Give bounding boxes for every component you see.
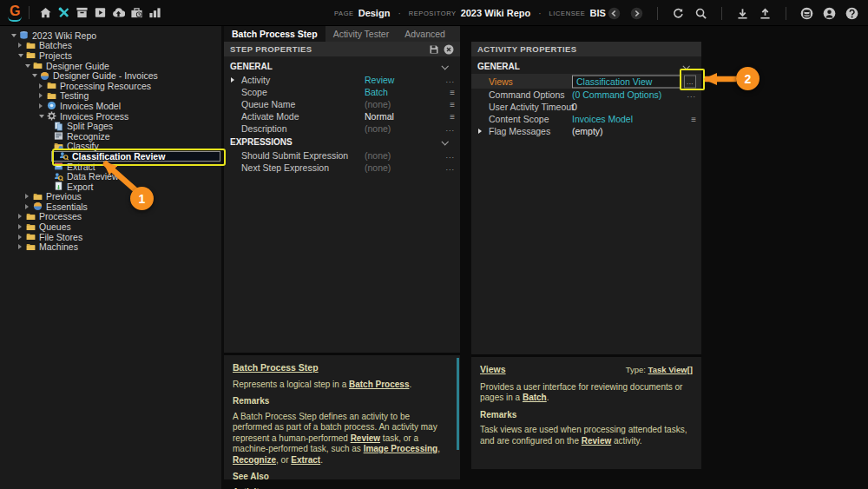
ellipsis-button[interactable]: ≡ xyxy=(450,88,455,97)
tree-item-testing[interactable]: Testing xyxy=(0,91,221,102)
close-icon[interactable] xyxy=(444,44,454,55)
property-value[interactable]: 0 xyxy=(572,102,577,112)
property-value[interactable]: Batch xyxy=(365,87,388,97)
property-row-content-scope[interactable]: Content Scope Invoices Model ≡ xyxy=(471,113,701,125)
expander-icon[interactable] xyxy=(231,77,234,83)
property-row-description[interactable]: Description (none) ... xyxy=(224,122,460,135)
doc-link-batch-process[interactable]: Batch Process xyxy=(349,380,409,389)
tree-item-export[interactable]: Export xyxy=(0,182,221,192)
ellipsis-button[interactable]: ... xyxy=(445,124,455,133)
expander-icon[interactable] xyxy=(25,204,33,209)
tree-item-queues[interactable]: Queues xyxy=(0,221,221,232)
archive-box-icon[interactable] xyxy=(73,3,91,23)
refresh-icon[interactable] xyxy=(669,3,687,23)
property-value[interactable]: (none) xyxy=(365,162,391,173)
tree-item-designer-guide[interactable]: Designer Guide xyxy=(0,61,221,71)
ellipsis-button[interactable]: ... xyxy=(445,76,455,84)
expander-icon[interactable] xyxy=(11,34,19,37)
expander-icon[interactable] xyxy=(18,244,26,249)
tree-item-data-review[interactable]: Data Review xyxy=(0,171,221,182)
design-tools-icon[interactable] xyxy=(55,3,73,23)
property-row-should-submit-expression[interactable]: Should Submit Expression (none) ... xyxy=(224,149,460,162)
property-row-queue-name[interactable]: Queue Name (none) ≡ xyxy=(224,98,460,110)
tab-batch-process-step[interactable]: Batch Process Step xyxy=(224,26,326,42)
property-row-command-options[interactable]: Command Options (0 Command Options) ... xyxy=(471,89,701,101)
media-box-icon[interactable] xyxy=(91,3,109,23)
tree-item-file-stores[interactable]: File Stores xyxy=(0,232,221,242)
home-icon[interactable] xyxy=(36,3,55,23)
briefcase-clock-icon[interactable] xyxy=(128,3,146,23)
ellipsis-button[interactable]: ... xyxy=(684,75,696,88)
download-icon[interactable] xyxy=(733,3,752,23)
section-header-general[interactable]: GENERAL xyxy=(224,59,460,74)
property-row-activate-mode[interactable]: Activate Mode Normal ≡ xyxy=(224,110,460,122)
doc-link-review[interactable]: Review xyxy=(582,436,611,446)
forward-icon[interactable] xyxy=(628,3,646,23)
expander-icon[interactable] xyxy=(18,224,26,229)
tree-item-processing-resources[interactable]: Processing Resources xyxy=(0,81,221,91)
tree-item-extract[interactable]: Extract xyxy=(0,162,221,172)
doc-scrollbar[interactable] xyxy=(457,358,459,450)
property-value[interactable]: Classification View xyxy=(572,75,681,88)
tree-item-projects[interactable]: Projects xyxy=(0,50,221,61)
tree-item-previous[interactable]: Previous xyxy=(0,192,221,202)
doc-link-extract[interactable]: Extract xyxy=(291,455,320,465)
help-icon[interactable] xyxy=(843,3,861,23)
ellipsis-button[interactable]: ... xyxy=(445,151,455,160)
expander-icon[interactable] xyxy=(18,214,26,219)
property-value[interactable]: Normal xyxy=(365,111,394,122)
expander-icon[interactable] xyxy=(25,64,33,68)
property-value[interactable]: Invoices Model xyxy=(572,114,633,124)
expander-icon[interactable] xyxy=(25,194,33,199)
tree-item-designer-guide-invoices[interactable]: Designer Guide - Invoices xyxy=(0,70,221,81)
property-row-next-step-expression[interactable]: Next Step Expression (none) ... xyxy=(224,162,460,174)
property-value[interactable]: (none) xyxy=(365,123,391,134)
views-doc-title[interactable]: Views xyxy=(480,364,506,375)
doc-link-review[interactable]: Review xyxy=(351,433,380,443)
task-view-type-link[interactable]: Task View[] xyxy=(648,365,693,374)
ellipsis-button[interactable]: ... xyxy=(687,90,696,99)
tree-item-machines[interactable]: Machines xyxy=(0,241,221,252)
section-header-expressions[interactable]: EXPRESSIONS xyxy=(224,135,460,149)
property-value[interactable]: (none) xyxy=(365,150,391,161)
tree-item-classification-review[interactable]: Classification Review xyxy=(51,151,220,162)
database-icon[interactable] xyxy=(798,3,816,23)
ellipsis-button[interactable]: ... xyxy=(445,163,455,172)
expander-icon[interactable] xyxy=(18,235,26,240)
tree-item-classify[interactable]: Classify xyxy=(0,142,221,152)
batch-process-step-doc-title[interactable]: Batch Process Step xyxy=(233,362,448,373)
cloud-upload-icon[interactable] xyxy=(109,3,128,23)
doc-link-batch[interactable]: Batch xyxy=(523,393,547,402)
property-value[interactable]: (none) xyxy=(365,99,391,109)
doc-link-image-processing[interactable]: Image Processing xyxy=(364,444,438,453)
expander-icon[interactable] xyxy=(39,93,47,98)
grooper-logo[interactable]: G xyxy=(8,3,22,22)
expander-icon[interactable] xyxy=(39,83,47,89)
tree-item-recognize[interactable]: Recognize xyxy=(0,131,221,142)
upload-icon[interactable] xyxy=(756,3,774,23)
section-header-general[interactable]: GENERAL xyxy=(471,59,701,74)
expander-icon[interactable] xyxy=(39,115,47,118)
tree-item-processes[interactable]: Processes xyxy=(0,212,221,222)
property-row-scope[interactable]: Scope Batch ≡ xyxy=(224,86,460,98)
expander-icon[interactable] xyxy=(18,43,26,48)
bar-chart-icon[interactable] xyxy=(146,3,164,23)
ellipsis-button[interactable]: ≡ xyxy=(691,115,696,124)
expander-icon[interactable] xyxy=(478,129,482,134)
tree-item-split-pages[interactable]: Split Pages xyxy=(0,121,221,131)
property-row-flag-messages[interactable]: Flag Messages (empty) xyxy=(471,125,701,137)
tab-advanced[interactable]: Advanced xyxy=(397,26,453,42)
tree-item-essentials[interactable]: Essentials xyxy=(0,202,221,212)
expander-icon[interactable] xyxy=(18,54,26,57)
ellipsis-button[interactable]: ≡ xyxy=(450,100,455,109)
property-value[interactable]: Review xyxy=(365,75,394,85)
search-icon[interactable] xyxy=(692,3,710,23)
doc-link-recognize[interactable]: Recognize xyxy=(233,455,276,465)
property-value[interactable]: (empty) xyxy=(572,126,603,136)
property-row-views[interactable]: Views Classification View ... xyxy=(471,74,701,89)
tree-item-batches[interactable]: Batches xyxy=(0,41,221,51)
tree-item-invoices-model[interactable]: Invoices Model xyxy=(0,101,221,111)
expander-icon[interactable] xyxy=(32,74,40,77)
property-value[interactable]: (0 Command Options) xyxy=(572,89,661,100)
save-icon[interactable] xyxy=(429,44,439,55)
